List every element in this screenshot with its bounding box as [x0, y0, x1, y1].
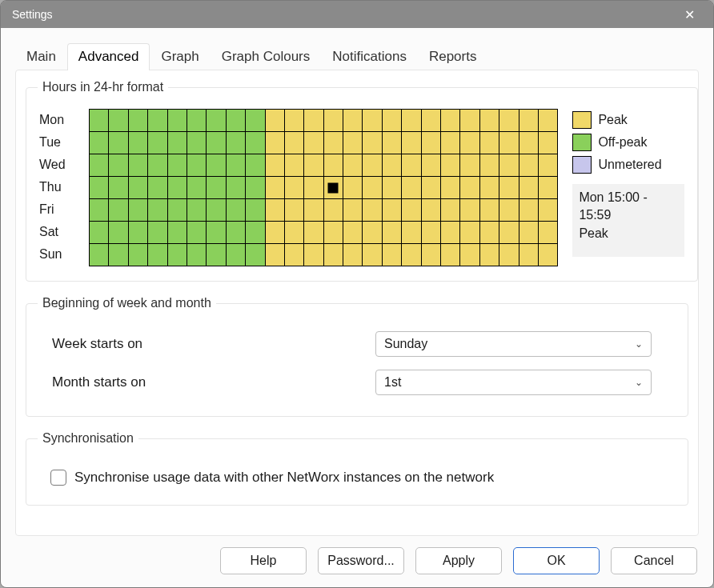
hour-cell[interactable]	[227, 154, 246, 177]
hour-cell[interactable]	[422, 244, 441, 266]
apply-button[interactable]: Apply	[415, 547, 502, 574]
hour-cell[interactable]	[109, 222, 128, 244]
hour-cell[interactable]	[402, 110, 421, 132]
hour-cell[interactable]	[285, 222, 304, 244]
ok-button[interactable]: OK	[513, 547, 600, 574]
hour-cell[interactable]	[460, 177, 479, 199]
hour-cell[interactable]	[383, 110, 402, 132]
hour-cell[interactable]	[343, 110, 363, 132]
hour-cell[interactable]	[187, 154, 207, 177]
hour-cell[interactable]	[383, 244, 402, 266]
hour-cell[interactable]	[227, 222, 246, 244]
hour-cell[interactable]	[441, 132, 460, 154]
hour-cell[interactable]	[343, 154, 363, 177]
hour-cell[interactable]	[187, 222, 207, 244]
hour-cell[interactable]	[129, 177, 148, 199]
hour-cell[interactable]	[207, 222, 226, 244]
hour-cell[interactable]	[441, 177, 460, 199]
hour-cell[interactable]	[441, 110, 460, 132]
hour-cell[interactable]	[519, 222, 539, 244]
hour-cell[interactable]	[324, 199, 343, 222]
hour-cell[interactable]	[324, 110, 343, 132]
hour-cell[interactable]	[266, 132, 285, 154]
hour-cell[interactable]	[266, 222, 285, 244]
hour-cell[interactable]	[519, 154, 539, 177]
hour-cell[interactable]	[187, 199, 207, 222]
tab-reports[interactable]: Reports	[418, 43, 488, 70]
legend-item-un[interactable]: Unmetered	[572, 154, 684, 176]
hour-cell[interactable]	[207, 154, 226, 177]
hour-cell[interactable]	[109, 199, 128, 222]
hour-cell[interactable]	[187, 132, 207, 154]
hour-cell[interactable]	[460, 110, 479, 132]
hour-cell[interactable]	[539, 110, 558, 132]
hour-cell[interactable]	[246, 110, 265, 132]
hour-cell[interactable]	[383, 222, 402, 244]
hour-cell[interactable]	[363, 132, 382, 154]
hour-cell[interactable]	[266, 177, 285, 199]
hour-cell[interactable]	[499, 222, 519, 244]
hour-cell[interactable]	[422, 132, 441, 154]
hour-cell[interactable]	[324, 244, 343, 266]
hour-cell[interactable]	[90, 132, 109, 154]
hour-cell[interactable]	[402, 154, 421, 177]
hour-cell[interactable]	[480, 154, 499, 177]
hour-cell[interactable]	[480, 177, 499, 199]
hour-cell[interactable]	[148, 132, 167, 154]
hour-cell[interactable]	[168, 154, 187, 177]
hour-cell[interactable]	[266, 199, 285, 222]
hour-cell[interactable]	[285, 110, 304, 132]
hour-cell[interactable]	[246, 199, 265, 222]
tab-notifications[interactable]: Notifications	[321, 43, 418, 70]
hour-cell[interactable]	[539, 244, 558, 266]
hour-cell[interactable]	[168, 222, 187, 244]
hour-cell[interactable]	[422, 177, 441, 199]
hour-cell[interactable]	[324, 222, 343, 244]
hour-cell[interactable]	[285, 154, 304, 177]
hour-cell[interactable]	[402, 244, 421, 266]
hour-cell[interactable]	[441, 244, 460, 266]
hour-cell[interactable]	[304, 177, 323, 199]
hour-cell[interactable]	[324, 177, 343, 199]
hour-cell[interactable]	[363, 244, 382, 266]
hour-cell[interactable]	[129, 132, 148, 154]
hour-cell[interactable]	[363, 110, 382, 132]
hour-cell[interactable]	[480, 110, 499, 132]
hour-cell[interactable]	[499, 199, 519, 222]
hour-cell[interactable]	[480, 132, 499, 154]
hour-cell[interactable]	[285, 177, 304, 199]
hour-cell[interactable]	[343, 132, 363, 154]
hour-cell[interactable]	[460, 244, 479, 266]
hour-cell[interactable]	[304, 244, 323, 266]
hour-cell[interactable]	[207, 132, 226, 154]
hour-cell[interactable]	[246, 132, 265, 154]
hour-cell[interactable]	[129, 154, 148, 177]
hour-cell[interactable]	[304, 154, 323, 177]
hour-cell[interactable]	[109, 154, 128, 177]
hour-cell[interactable]	[90, 154, 109, 177]
hour-cell[interactable]	[343, 244, 363, 266]
hour-cell[interactable]	[227, 244, 246, 266]
hour-cell[interactable]	[285, 244, 304, 266]
hour-cell[interactable]	[207, 110, 226, 132]
hour-cell[interactable]	[519, 132, 539, 154]
hour-cell[interactable]	[168, 110, 187, 132]
cancel-button[interactable]: Cancel	[611, 547, 697, 574]
tab-graph[interactable]: Graph	[150, 43, 210, 70]
hour-cell[interactable]	[266, 244, 285, 266]
hour-cell[interactable]	[539, 222, 558, 244]
hour-cell[interactable]	[90, 199, 109, 222]
hour-cell[interactable]	[129, 199, 148, 222]
hour-cell[interactable]	[363, 222, 382, 244]
hour-cell[interactable]	[324, 154, 343, 177]
hour-cell[interactable]	[343, 177, 363, 199]
hour-cell[interactable]	[148, 110, 167, 132]
hour-cell[interactable]	[441, 199, 460, 222]
help-button[interactable]: Help	[220, 547, 307, 574]
hour-cell[interactable]	[499, 244, 519, 266]
close-icon[interactable]: ✕	[676, 7, 702, 22]
hour-cell[interactable]	[227, 199, 246, 222]
hour-cell[interactable]	[480, 199, 499, 222]
hour-cell[interactable]	[383, 154, 402, 177]
hour-cell[interactable]	[460, 222, 479, 244]
